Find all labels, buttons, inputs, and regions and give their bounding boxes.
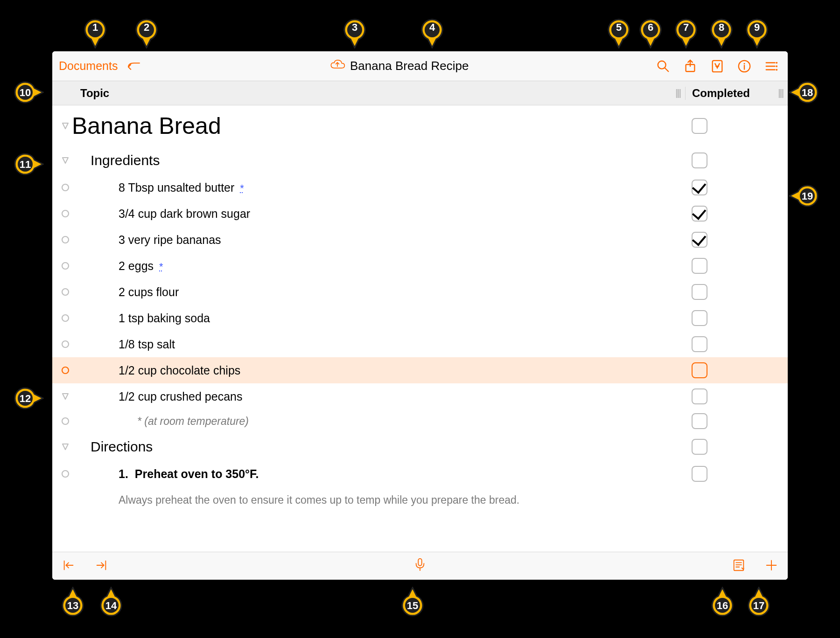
callout-number: 14 [100, 600, 122, 612]
row-bullet-icon[interactable] [59, 259, 72, 272]
row-text-content: Always preheat the oven to ensure it com… [119, 494, 519, 506]
column-resize-handle-icon[interactable]: ||| [778, 88, 788, 98]
footnote-marker[interactable]: * [240, 182, 244, 194]
completed-checkbox[interactable] [692, 258, 707, 274]
completed-checkbox[interactable] [692, 413, 707, 429]
svg-point-48 [715, 598, 730, 613]
row-text[interactable]: Directions [91, 435, 685, 458]
row-bullet-icon[interactable] [59, 207, 72, 220]
outline-row[interactable]: 1/2 cup chocolate chips [52, 357, 788, 383]
completed-checkbox[interactable] [692, 180, 707, 195]
callout-number: 1 [84, 21, 106, 34]
column-resize-handle-icon[interactable]: ||| [675, 88, 685, 98]
row-bullet-icon[interactable] [59, 312, 72, 325]
footnote-marker[interactable]: * [159, 261, 163, 273]
outline-row[interactable]: Directions [52, 433, 788, 461]
callout-marker: 14 [100, 587, 122, 617]
disclosure-triangle-icon[interactable] [59, 119, 72, 132]
svg-point-51 [800, 188, 815, 203]
row-text[interactable]: * (at room temperature) [137, 411, 685, 431]
callout-number: 4 [421, 21, 443, 34]
outline-row[interactable]: Ingredients [52, 146, 788, 174]
search-button[interactable] [656, 59, 670, 73]
column-header-completed[interactable]: Completed ||| [685, 87, 788, 100]
outline-row[interactable]: 3/4 cup dark brown sugar [52, 201, 788, 227]
disclosure-triangle-icon[interactable] [59, 390, 72, 403]
completed-cell [685, 439, 788, 455]
outdent-button[interactable] [62, 558, 76, 574]
callout-marker: 3 [343, 19, 366, 49]
outline-row[interactable]: * (at room temperature) [52, 409, 788, 433]
disclosure-triangle-icon[interactable] [59, 154, 72, 167]
outline-row[interactable]: 8 Tbsp unsalted butter* [52, 174, 788, 201]
completed-checkbox[interactable] [692, 310, 707, 326]
completed-checkbox[interactable] [692, 153, 707, 168]
view-options-button[interactable] [764, 59, 778, 73]
row-text[interactable]: Banana Bread [72, 109, 685, 143]
row-bullet-icon[interactable] [59, 181, 72, 194]
column-header-topic[interactable]: Topic ||| [52, 87, 685, 100]
row-text[interactable]: 1/2 cup crushed pecans [119, 386, 685, 407]
outline-row[interactable]: 1/8 tsp salt [52, 331, 788, 357]
outline-row[interactable]: 1.Preheat oven to 350°F. [52, 461, 788, 487]
callout-number: 5 [608, 21, 630, 34]
column-header-topic-label: Topic [80, 87, 109, 100]
completed-checkbox[interactable] [692, 206, 707, 222]
row-text[interactable]: Ingredients [91, 149, 685, 172]
completed-checkbox[interactable] [692, 336, 707, 352]
top-toolbar: Documents Banana Bread Recipe [52, 51, 788, 81]
row-text[interactable]: 2 cups flour [119, 282, 685, 303]
row-text[interactable]: 3/4 cup dark brown sugar [119, 203, 685, 224]
row-text-content: Directions [91, 439, 153, 455]
row-text[interactable]: 1.Preheat oven to 350°F. [119, 464, 685, 485]
callout-marker: 15 [401, 587, 424, 617]
dictation-button[interactable] [413, 557, 427, 573]
row-bullet-icon[interactable] [59, 285, 72, 298]
completed-cell [685, 118, 788, 134]
row-text[interactable]: 8 Tbsp unsalted butter* [119, 177, 685, 198]
row-bullet-icon[interactable] [59, 338, 72, 351]
svg-point-37 [611, 22, 626, 37]
undo-button[interactable] [126, 60, 142, 73]
row-text-content: 2 cups flour [119, 285, 179, 299]
row-text-content: 2 eggs [119, 259, 154, 273]
outline-row[interactable]: 3 very ripe bananas [52, 227, 788, 253]
outline-row[interactable]: 1 tsp baking soda [52, 305, 788, 331]
row-text[interactable]: 2 eggs* [119, 256, 685, 277]
row-text[interactable]: 1 tsp baking soda [119, 308, 685, 329]
styles-button[interactable] [710, 59, 724, 73]
row-bullet-icon[interactable] [59, 467, 72, 480]
add-row-button[interactable] [764, 558, 778, 574]
row-text[interactable]: Always preheat the oven to ensure it com… [119, 490, 685, 510]
completed-checkbox[interactable] [692, 284, 707, 300]
completed-checkbox[interactable] [692, 388, 707, 404]
row-text-content: 1/2 cup crushed pecans [119, 390, 242, 403]
share-button[interactable] [683, 59, 697, 73]
row-bullet-icon[interactable] [59, 415, 72, 428]
row-text[interactable]: 3 very ripe bananas [119, 229, 685, 250]
outline-row[interactable]: Always preheat the oven to ensure it com… [52, 487, 788, 513]
completed-checkbox[interactable] [692, 232, 707, 248]
outline-row[interactable]: 2 eggs* [52, 253, 788, 279]
outline-row[interactable]: Banana Bread [52, 105, 788, 146]
indent-button[interactable] [94, 558, 108, 574]
document-title[interactable]: Banana Bread Recipe [350, 59, 469, 73]
completed-checkbox[interactable] [692, 466, 707, 482]
outline-row[interactable]: 2 cups flour [52, 279, 788, 305]
completed-checkbox[interactable] [692, 118, 707, 134]
row-text[interactable]: 1/8 tsp salt [119, 334, 685, 355]
completed-checkbox[interactable] [692, 439, 707, 455]
outline-row[interactable]: 1/2 cup crushed pecans [52, 383, 788, 409]
info-button[interactable] [737, 59, 751, 73]
svg-text:+: + [742, 566, 745, 571]
documents-back-button[interactable]: Documents [59, 59, 118, 73]
row-text[interactable]: 1/2 cup chocolate chips [119, 360, 685, 381]
row-text-content: 3/4 cup dark brown sugar [119, 207, 250, 221]
note-button[interactable]: + [732, 558, 746, 574]
completed-checkbox[interactable] [692, 362, 707, 378]
row-bullet-icon[interactable] [59, 364, 72, 377]
outline-body[interactable]: Banana BreadIngredients8 Tbsp unsalted b… [52, 105, 788, 552]
row-bullet-icon[interactable] [59, 233, 72, 246]
disclosure-triangle-icon[interactable] [59, 440, 72, 453]
callout-number: 13 [62, 600, 84, 612]
